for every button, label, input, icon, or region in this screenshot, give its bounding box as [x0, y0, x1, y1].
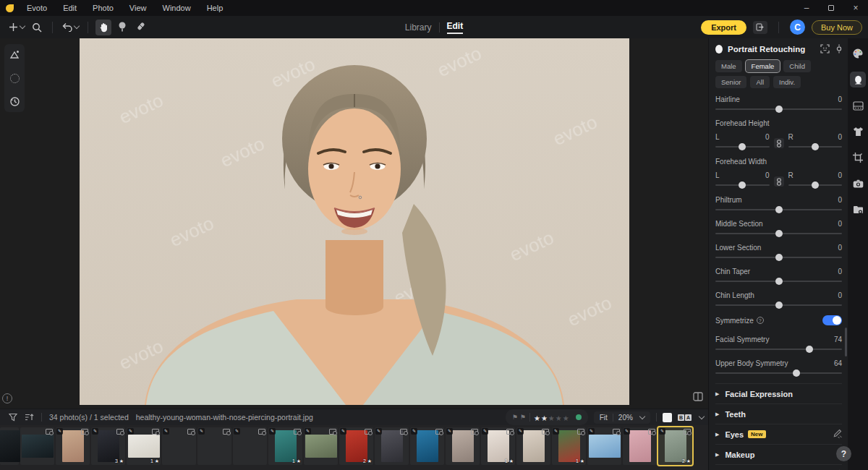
menu-item-view[interactable]: View	[129, 4, 147, 12]
slider-thumb[interactable]	[775, 302, 783, 309]
filmstrip-thumbnail[interactable]	[20, 427, 54, 465]
single-view-button[interactable]	[663, 413, 672, 422]
slider-thumb[interactable]	[739, 181, 746, 189]
slider-track[interactable]	[715, 184, 770, 186]
face-detect-icon[interactable]	[820, 44, 830, 54]
symmetrize-toggle[interactable]	[822, 315, 842, 325]
filmstrip-thumbnail[interactable]: ✎1 ★	[481, 427, 515, 465]
filmstrip-thumbnail[interactable]: ✎	[197, 427, 231, 465]
background-tab-button[interactable]	[850, 98, 866, 114]
hand-tool-button[interactable]	[95, 20, 111, 35]
export-queue-button[interactable]	[753, 21, 767, 34]
star-icon[interactable]: ★	[541, 414, 548, 422]
slider-track[interactable]	[715, 281, 842, 282]
filmstrip-thumbnail[interactable]: ✎1 ★	[552, 427, 586, 465]
reset-compare-icon[interactable]	[836, 44, 842, 54]
panel-scrollbar[interactable]	[845, 328, 847, 356]
star-icon[interactable]: ★	[534, 414, 541, 422]
filmstrip-thumbnail[interactable]: ✎	[516, 427, 550, 465]
filmstrip-thumbnail[interactable]: ✎	[587, 427, 621, 465]
maximize-button[interactable]	[819, 0, 843, 16]
tab-edit[interactable]: Edit	[447, 21, 464, 34]
slider-thumb[interactable]	[775, 278, 783, 285]
menu-item-help[interactable]: Help	[207, 4, 224, 12]
filmstrip-thumbnail[interactable]: ✎	[56, 427, 90, 465]
filmstrip-thumbnail[interactable]: ✎	[162, 427, 196, 465]
filmstrip-thumbnail[interactable]: ✎	[446, 427, 480, 465]
flag-icon[interactable]: ⚑	[520, 414, 526, 421]
color-label-dot[interactable]	[576, 414, 582, 420]
star-icon[interactable]: ★	[556, 414, 563, 422]
filmstrip-thumbnail[interactable]: ✎	[375, 427, 409, 465]
menu-item-photo[interactable]: Photo	[93, 4, 114, 12]
before-after-button[interactable]: B A	[678, 414, 692, 421]
buy-now-button[interactable]: Buy Now	[812, 20, 862, 35]
slider-track[interactable]	[715, 257, 842, 258]
star-rating[interactable]: ★★★★★	[534, 411, 570, 424]
filmstrip-thumbnail[interactable]	[0, 427, 19, 465]
undo-button[interactable]	[60, 20, 80, 35]
slider-thumb[interactable]	[775, 254, 783, 261]
preset-all-button[interactable]: All	[750, 76, 770, 88]
link-toggle-button[interactable]	[774, 138, 784, 148]
section-eyes[interactable]: ▶EyesNew	[715, 424, 842, 445]
slider-thumb[interactable]	[775, 106, 783, 113]
menu-item-edit[interactable]: Edit	[63, 4, 77, 12]
camera-raw-tab-button[interactable]	[850, 176, 866, 192]
minimize-button[interactable]: –	[794, 0, 819, 16]
auto-adjust-tool-button[interactable]	[7, 48, 22, 62]
filmstrip-thumbnail[interactable]: ✎1 ★	[127, 427, 161, 465]
brush-edit-button[interactable]	[833, 428, 842, 441]
pen-tool-button[interactable]	[133, 20, 149, 35]
info-icon[interactable]: !	[2, 393, 12, 403]
export-button[interactable]: Export	[701, 20, 746, 35]
adjustments-tab-button[interactable]	[850, 46, 866, 61]
help-button[interactable]: ?	[836, 446, 851, 461]
slider-thumb[interactable]	[775, 206, 783, 213]
filmstrip-thumbnail[interactable]: ✎2 ★	[339, 427, 373, 465]
filmstrip-thumbnail[interactable]: ✎2 ★	[658, 427, 692, 465]
slider-track[interactable]	[715, 209, 842, 210]
sort-icon[interactable]	[25, 413, 34, 422]
menu-item-window[interactable]: Window	[163, 4, 191, 12]
slider-track[interactable]	[715, 108, 842, 110]
filmstrip-thumbnail[interactable]: ✎	[623, 427, 657, 465]
filmstrip-thumbnail[interactable]: ✎	[410, 427, 444, 465]
slider-thumb[interactable]	[793, 369, 800, 377]
close-button[interactable]: ×	[843, 0, 868, 16]
preset-indiv-button[interactable]: Indiv.	[773, 76, 801, 88]
preset-male-button[interactable]: Male	[715, 60, 742, 72]
filter-icon[interactable]	[9, 413, 17, 422]
flag-buttons[interactable]: ⚑⚑	[512, 414, 526, 421]
photo-canvas[interactable]: evotoevotoevotoevotoevotoevotoevotoevoto…	[80, 38, 629, 405]
slider-thumb[interactable]	[812, 181, 819, 189]
slider-thumb[interactable]	[806, 346, 813, 353]
filmstrip-thumbnail[interactable]: ✎	[304, 427, 338, 465]
zoom-level-value[interactable]: 20%	[618, 414, 633, 422]
section-facial-expression[interactable]: ▶Facial Expression	[715, 384, 842, 404]
add-photos-button[interactable]	[7, 20, 26, 35]
brush-tool-button[interactable]	[7, 71, 22, 85]
history-tool-button[interactable]	[7, 94, 22, 108]
slider-track[interactable]	[715, 146, 770, 148]
filmstrip-thumbnail[interactable]: ✎	[233, 427, 267, 465]
preset-female-button[interactable]: Female	[746, 60, 780, 72]
slider-track[interactable]	[715, 349, 842, 350]
preset-senior-button[interactable]: Senior	[715, 76, 746, 88]
flag-icon[interactable]: ⚑	[512, 414, 518, 421]
slider-thumb[interactable]	[775, 230, 783, 237]
library-folder-tab-button[interactable]	[850, 202, 866, 218]
slider-thumb[interactable]	[739, 143, 746, 150]
slider-track[interactable]	[715, 372, 842, 374]
chevron-down-icon[interactable]	[639, 413, 645, 419]
section-hair[interactable]: ▶Hair	[715, 465, 842, 470]
search-button[interactable]	[29, 20, 45, 35]
filmstrip-thumbnail[interactable]: ✎1 ★	[268, 427, 302, 465]
section-makeup[interactable]: ▶Makeup	[715, 445, 842, 465]
slider-track[interactable]	[715, 233, 842, 234]
preset-child-button[interactable]: Child	[783, 60, 811, 72]
filmstrip-thumbnail[interactable]: ✎3 ★	[91, 427, 125, 465]
slider-track[interactable]	[715, 304, 842, 306]
star-icon[interactable]: ★	[548, 414, 556, 422]
link-toggle-button[interactable]	[774, 176, 784, 187]
